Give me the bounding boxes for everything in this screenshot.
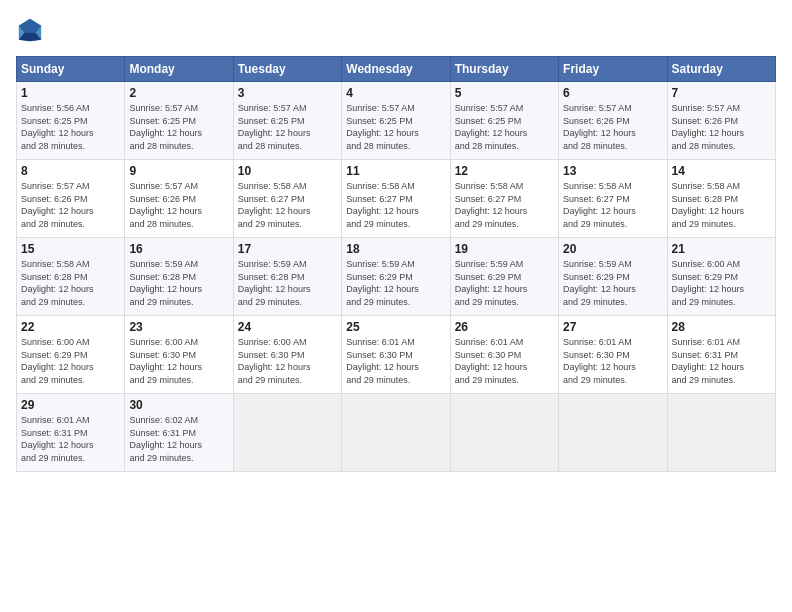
day-info: Sunrise: 5:59 AMSunset: 6:28 PMDaylight:… — [129, 258, 228, 308]
day-info: Sunrise: 5:57 AMSunset: 6:25 PMDaylight:… — [455, 102, 554, 152]
calendar-cell: 27Sunrise: 6:01 AMSunset: 6:30 PMDayligh… — [559, 316, 667, 394]
page-container: SundayMondayTuesdayWednesdayThursdayFrid… — [0, 0, 792, 612]
calendar-cell: 20Sunrise: 5:59 AMSunset: 6:29 PMDayligh… — [559, 238, 667, 316]
day-info: Sunrise: 6:01 AMSunset: 6:30 PMDaylight:… — [346, 336, 445, 386]
day-number: 8 — [21, 164, 120, 178]
calendar-cell — [342, 394, 450, 472]
day-info: Sunrise: 5:58 AMSunset: 6:27 PMDaylight:… — [455, 180, 554, 230]
header-cell-wednesday: Wednesday — [342, 57, 450, 82]
calendar-week-0: 1Sunrise: 5:56 AMSunset: 6:25 PMDaylight… — [17, 82, 776, 160]
calendar-cell: 22Sunrise: 6:00 AMSunset: 6:29 PMDayligh… — [17, 316, 125, 394]
header-cell-sunday: Sunday — [17, 57, 125, 82]
day-number: 22 — [21, 320, 120, 334]
calendar-cell — [667, 394, 775, 472]
day-number: 11 — [346, 164, 445, 178]
calendar-cell: 25Sunrise: 6:01 AMSunset: 6:30 PMDayligh… — [342, 316, 450, 394]
calendar-cell: 18Sunrise: 5:59 AMSunset: 6:29 PMDayligh… — [342, 238, 450, 316]
calendar-cell: 30Sunrise: 6:02 AMSunset: 6:31 PMDayligh… — [125, 394, 233, 472]
calendar-cell: 17Sunrise: 5:59 AMSunset: 6:28 PMDayligh… — [233, 238, 341, 316]
header-cell-thursday: Thursday — [450, 57, 558, 82]
day-info: Sunrise: 6:00 AMSunset: 6:29 PMDaylight:… — [21, 336, 120, 386]
day-number: 28 — [672, 320, 771, 334]
day-info: Sunrise: 5:59 AMSunset: 6:28 PMDaylight:… — [238, 258, 337, 308]
calendar-cell: 1Sunrise: 5:56 AMSunset: 6:25 PMDaylight… — [17, 82, 125, 160]
day-info: Sunrise: 5:57 AMSunset: 6:26 PMDaylight:… — [672, 102, 771, 152]
calendar-cell — [450, 394, 558, 472]
day-info: Sunrise: 6:00 AMSunset: 6:30 PMDaylight:… — [129, 336, 228, 386]
day-info: Sunrise: 5:56 AMSunset: 6:25 PMDaylight:… — [21, 102, 120, 152]
logo — [16, 16, 48, 44]
header-cell-monday: Monday — [125, 57, 233, 82]
calendar-table: SundayMondayTuesdayWednesdayThursdayFrid… — [16, 56, 776, 472]
day-info: Sunrise: 6:01 AMSunset: 6:31 PMDaylight:… — [21, 414, 120, 464]
calendar-cell: 23Sunrise: 6:00 AMSunset: 6:30 PMDayligh… — [125, 316, 233, 394]
header-cell-tuesday: Tuesday — [233, 57, 341, 82]
calendar-cell: 16Sunrise: 5:59 AMSunset: 6:28 PMDayligh… — [125, 238, 233, 316]
day-number: 18 — [346, 242, 445, 256]
calendar-week-4: 29Sunrise: 6:01 AMSunset: 6:31 PMDayligh… — [17, 394, 776, 472]
calendar-cell: 9Sunrise: 5:57 AMSunset: 6:26 PMDaylight… — [125, 160, 233, 238]
calendar-cell — [559, 394, 667, 472]
header-cell-friday: Friday — [559, 57, 667, 82]
day-number: 12 — [455, 164, 554, 178]
calendar-cell: 3Sunrise: 5:57 AMSunset: 6:25 PMDaylight… — [233, 82, 341, 160]
calendar-cell: 7Sunrise: 5:57 AMSunset: 6:26 PMDaylight… — [667, 82, 775, 160]
day-number: 27 — [563, 320, 662, 334]
day-info: Sunrise: 5:57 AMSunset: 6:26 PMDaylight:… — [563, 102, 662, 152]
day-info: Sunrise: 5:58 AMSunset: 6:27 PMDaylight:… — [238, 180, 337, 230]
day-number: 29 — [21, 398, 120, 412]
day-info: Sunrise: 5:58 AMSunset: 6:28 PMDaylight:… — [21, 258, 120, 308]
calendar-cell: 13Sunrise: 5:58 AMSunset: 6:27 PMDayligh… — [559, 160, 667, 238]
calendar-cell: 10Sunrise: 5:58 AMSunset: 6:27 PMDayligh… — [233, 160, 341, 238]
header-cell-saturday: Saturday — [667, 57, 775, 82]
calendar-cell: 8Sunrise: 5:57 AMSunset: 6:26 PMDaylight… — [17, 160, 125, 238]
day-number: 15 — [21, 242, 120, 256]
day-number: 19 — [455, 242, 554, 256]
calendar-cell: 2Sunrise: 5:57 AMSunset: 6:25 PMDaylight… — [125, 82, 233, 160]
day-number: 16 — [129, 242, 228, 256]
day-number: 13 — [563, 164, 662, 178]
day-info: Sunrise: 5:59 AMSunset: 6:29 PMDaylight:… — [563, 258, 662, 308]
calendar-cell: 29Sunrise: 6:01 AMSunset: 6:31 PMDayligh… — [17, 394, 125, 472]
logo-icon — [16, 16, 44, 44]
calendar-cell: 4Sunrise: 5:57 AMSunset: 6:25 PMDaylight… — [342, 82, 450, 160]
day-number: 1 — [21, 86, 120, 100]
day-number: 21 — [672, 242, 771, 256]
day-info: Sunrise: 6:01 AMSunset: 6:30 PMDaylight:… — [563, 336, 662, 386]
day-info: Sunrise: 5:58 AMSunset: 6:27 PMDaylight:… — [563, 180, 662, 230]
day-number: 2 — [129, 86, 228, 100]
calendar-cell: 26Sunrise: 6:01 AMSunset: 6:30 PMDayligh… — [450, 316, 558, 394]
calendar-cell: 11Sunrise: 5:58 AMSunset: 6:27 PMDayligh… — [342, 160, 450, 238]
day-number: 26 — [455, 320, 554, 334]
calendar-cell: 14Sunrise: 5:58 AMSunset: 6:28 PMDayligh… — [667, 160, 775, 238]
day-number: 3 — [238, 86, 337, 100]
calendar-cell: 15Sunrise: 5:58 AMSunset: 6:28 PMDayligh… — [17, 238, 125, 316]
calendar-cell: 12Sunrise: 5:58 AMSunset: 6:27 PMDayligh… — [450, 160, 558, 238]
day-info: Sunrise: 6:01 AMSunset: 6:31 PMDaylight:… — [672, 336, 771, 386]
day-number: 17 — [238, 242, 337, 256]
day-number: 20 — [563, 242, 662, 256]
calendar-week-3: 22Sunrise: 6:00 AMSunset: 6:29 PMDayligh… — [17, 316, 776, 394]
day-info: Sunrise: 6:00 AMSunset: 6:30 PMDaylight:… — [238, 336, 337, 386]
calendar-cell: 28Sunrise: 6:01 AMSunset: 6:31 PMDayligh… — [667, 316, 775, 394]
calendar-cell — [233, 394, 341, 472]
calendar-week-1: 8Sunrise: 5:57 AMSunset: 6:26 PMDaylight… — [17, 160, 776, 238]
header-row: SundayMondayTuesdayWednesdayThursdayFrid… — [17, 57, 776, 82]
day-info: Sunrise: 5:57 AMSunset: 6:25 PMDaylight:… — [238, 102, 337, 152]
day-number: 14 — [672, 164, 771, 178]
day-info: Sunrise: 6:02 AMSunset: 6:31 PMDaylight:… — [129, 414, 228, 464]
day-info: Sunrise: 5:59 AMSunset: 6:29 PMDaylight:… — [455, 258, 554, 308]
day-number: 23 — [129, 320, 228, 334]
day-info: Sunrise: 5:58 AMSunset: 6:28 PMDaylight:… — [672, 180, 771, 230]
day-info: Sunrise: 6:00 AMSunset: 6:29 PMDaylight:… — [672, 258, 771, 308]
day-info: Sunrise: 6:01 AMSunset: 6:30 PMDaylight:… — [455, 336, 554, 386]
day-info: Sunrise: 5:57 AMSunset: 6:26 PMDaylight:… — [129, 180, 228, 230]
day-info: Sunrise: 5:58 AMSunset: 6:27 PMDaylight:… — [346, 180, 445, 230]
day-info: Sunrise: 5:57 AMSunset: 6:25 PMDaylight:… — [346, 102, 445, 152]
day-info: Sunrise: 5:57 AMSunset: 6:25 PMDaylight:… — [129, 102, 228, 152]
day-info: Sunrise: 5:57 AMSunset: 6:26 PMDaylight:… — [21, 180, 120, 230]
calendar-cell: 5Sunrise: 5:57 AMSunset: 6:25 PMDaylight… — [450, 82, 558, 160]
header — [16, 16, 776, 44]
calendar-cell: 21Sunrise: 6:00 AMSunset: 6:29 PMDayligh… — [667, 238, 775, 316]
calendar-header: SundayMondayTuesdayWednesdayThursdayFrid… — [17, 57, 776, 82]
